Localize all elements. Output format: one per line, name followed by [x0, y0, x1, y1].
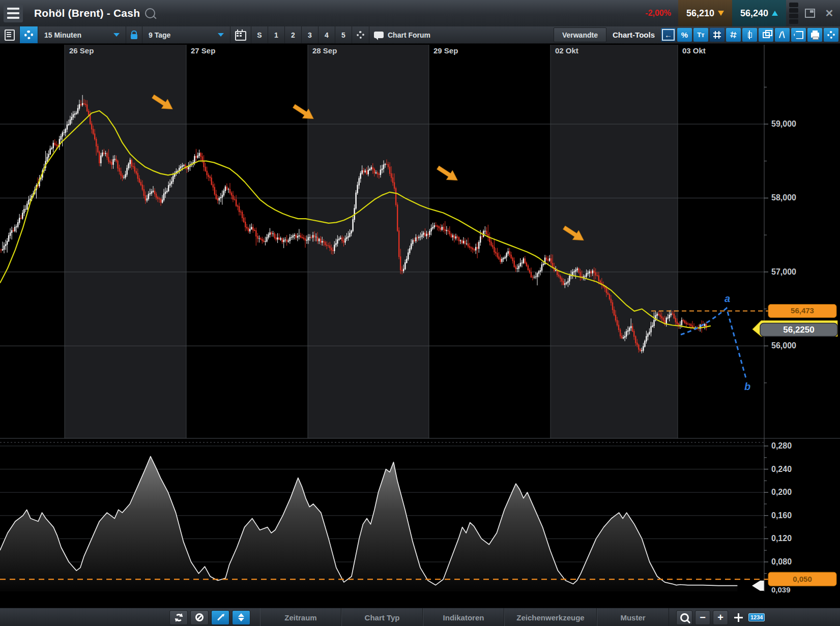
date-label: 27 Sep — [191, 46, 215, 55]
instrument-title: Rohöl (Brent) - Cash — [34, 7, 140, 19]
resistance-badge-label: 56,473 — [791, 306, 814, 315]
pencil-icon — [217, 614, 223, 620]
current-price-marker: 56,2250 — [752, 320, 837, 336]
chart-type-candle-button[interactable] — [742, 28, 757, 42]
indicator-axis-label: 0,240 — [771, 465, 792, 473]
toolbar-spacer — [435, 26, 554, 43]
drag-grip[interactable] — [789, 3, 798, 24]
muster-button[interactable]: Muster — [597, 608, 669, 626]
popout-button[interactable] — [801, 5, 819, 22]
clear-drawings-button[interactable] — [190, 610, 209, 625]
current-price-label: 56,2250 — [783, 325, 814, 335]
related-button[interactable]: Verwandte — [554, 27, 606, 42]
indicator-area — [0, 457, 737, 592]
popout-icon — [805, 9, 815, 18]
indicator-axis-label: 0,080 — [771, 557, 792, 566]
price-down-arrow-icon — [718, 11, 724, 16]
indikatoren-button[interactable]: Indikatoren — [423, 608, 504, 626]
interval-value: 15 Minuten — [44, 31, 81, 39]
print-button[interactable] — [807, 28, 822, 42]
bottom-toolbar: Zeitraum Chart Typ Indikatoren Zeichenwe… — [0, 608, 840, 626]
percent-scale-button[interactable]: % — [677, 28, 692, 42]
candle-btn-5[interactable]: 5 — [335, 26, 352, 43]
indicator-current-label: 0,039 — [771, 585, 791, 594]
calendar-icon — [235, 31, 246, 41]
gear-pencil-icon — [827, 31, 835, 39]
list-icon — [5, 29, 15, 41]
no-entry-icon — [195, 613, 204, 621]
candle-btn-3[interactable]: 3 — [302, 26, 318, 43]
chart-typ-button[interactable]: Chart Typ — [341, 608, 423, 626]
chevron-down-icon — [218, 33, 224, 37]
range-dropdown[interactable]: 9 Tage — [142, 26, 230, 43]
reload-button[interactable] — [169, 610, 188, 625]
menu-icon[interactable] — [4, 4, 23, 22]
date-label: 03 Okt — [682, 46, 706, 55]
chart-settings-button[interactable] — [352, 26, 369, 43]
indicator-series — [0, 457, 737, 592]
pattern-tool-button[interactable] — [775, 28, 790, 42]
session-band — [308, 45, 429, 438]
indicator-axis-label: 0,120 — [771, 534, 792, 543]
close-button[interactable]: ✕ — [821, 5, 838, 22]
title-bar: Rohöl (Brent) - Cash -2,00% 56,210 56,24… — [0, 0, 840, 27]
sell-price-button[interactable]: 56,210 — [678, 0, 732, 26]
value-display-button[interactable]: 1234 — [748, 613, 765, 621]
text-tool-button[interactable]: Tт — [693, 28, 708, 42]
chart-forum-button[interactable]: Chart Forum — [369, 26, 435, 43]
label-tool-button[interactable] — [791, 28, 806, 42]
draw-grid-button[interactable] — [726, 28, 741, 42]
draw-mode-button[interactable] — [211, 610, 229, 625]
lock-button[interactable] — [126, 26, 142, 43]
buy-price-button[interactable]: 56,240 — [732, 0, 786, 26]
grid-pencil-icon — [730, 32, 737, 39]
chart-canvas[interactable]: 26 Sep27 Sep28 Sep29 Sep02 Okt03 Okt56,4… — [0, 0, 840, 626]
zeichenwerkzeuge-button[interactable]: Zeichenwerkzeuge — [504, 608, 597, 626]
tag-icon — [794, 31, 803, 39]
candle-btn-s[interactable]: S — [251, 26, 268, 43]
chart-forum-label: Chart Forum — [388, 31, 430, 39]
lock-icon — [131, 34, 137, 39]
search-icon[interactable] — [145, 8, 155, 18]
chat-bubble-icon — [374, 32, 384, 38]
layout-button[interactable] — [759, 28, 773, 42]
orange-trend-arrow — [435, 163, 461, 185]
candle-btn-4[interactable]: 4 — [318, 26, 335, 43]
settings-button[interactable] — [20, 26, 38, 43]
quote-panel-button[interactable] — [0, 26, 20, 43]
grid-button[interactable] — [710, 28, 725, 42]
price-axis-label: 58,000 — [771, 193, 796, 202]
wave-label-b: b — [744, 381, 750, 392]
zeitraum-button[interactable]: Zeitraum — [260, 608, 341, 626]
candle-btn-1[interactable]: 1 — [268, 26, 285, 43]
wave-label-a: a — [725, 293, 730, 304]
buy-price: 56,240 — [740, 8, 768, 19]
zoom-in-button[interactable]: + — [713, 610, 728, 625]
layers-icon — [763, 32, 770, 38]
gear-icon — [357, 31, 364, 39]
zoom-button[interactable] — [676, 610, 692, 625]
chart-window: Rohöl (Brent) - Cash -2,00% 56,210 56,24… — [0, 0, 840, 626]
interval-dropdown[interactable]: 15 Minuten — [38, 26, 126, 43]
change-percent: -2,00% — [645, 9, 671, 18]
date-label: 02 Okt — [555, 46, 578, 55]
scale-mode-button[interactable] — [232, 610, 250, 625]
price-axis-label: 57,000 — [771, 267, 796, 276]
date-label: 29 Sep — [433, 46, 458, 55]
candle-btn-2[interactable]: 2 — [285, 26, 302, 43]
calendar-button[interactable] — [230, 26, 251, 43]
sell-price: 56,210 — [686, 8, 714, 19]
printer-icon — [811, 33, 819, 38]
indicator-axis-label: 0,280 — [771, 441, 792, 450]
date-label: 28 Sep — [312, 46, 337, 55]
gear-icon — [24, 31, 33, 39]
zoom-out-button[interactable]: − — [695, 610, 710, 625]
chevron-down-icon — [113, 33, 120, 37]
indicator-threshold-label: 0,050 — [793, 575, 812, 583]
advanced-settings-button[interactable] — [824, 28, 838, 42]
indicator-current-marker — [752, 581, 764, 591]
collapse-tools-button[interactable]: ← — [661, 28, 676, 42]
price-axis-label: 56,000 — [771, 341, 796, 350]
crosshair-button[interactable] — [731, 611, 746, 624]
indicator-axis-label: 0,200 — [771, 488, 792, 496]
